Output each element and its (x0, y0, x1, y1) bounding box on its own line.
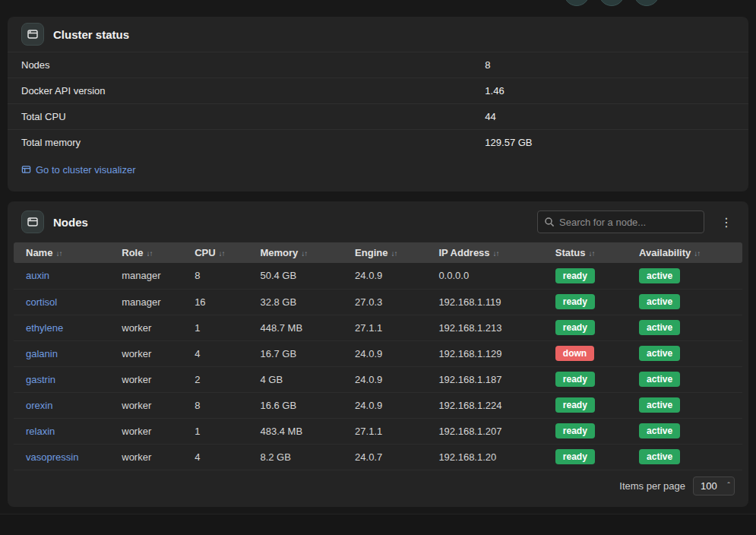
column-label: Status (555, 247, 586, 258)
column-label: Memory (260, 247, 298, 258)
cell-availability: active (633, 340, 742, 366)
cell-availability: active (633, 263, 742, 289)
cell-ip: 0.0.0.0 (432, 263, 549, 289)
kebab-menu-icon[interactable]: ⋮ (718, 215, 735, 230)
node-name-link[interactable]: galanin (26, 348, 58, 359)
nodes-table-header-row: Name↓↑Role↓↑CPU↓↑Memory↓↑Engine↓↑IP Addr… (14, 242, 742, 263)
cluster-status-row-label: Docker API version (21, 85, 485, 97)
node-search-input[interactable] (559, 217, 697, 228)
node-name-link[interactable]: cortisol (26, 296, 57, 308)
cluster-status-row: Total CPU44 (8, 103, 748, 129)
cell-engine: 27.1.1 (349, 315, 432, 340)
cell-status: ready (549, 289, 633, 315)
cell-role: worker (115, 444, 188, 470)
cluster-status-row-value: 44 (485, 111, 735, 122)
items-per-page-select: 100 ˆ​ (693, 476, 735, 495)
cell-cpu: 1 (188, 315, 254, 340)
cell-memory: 4 GB (254, 366, 349, 392)
node-row: gastrinworker24 GB24.0.9192.168.1.187rea… (14, 366, 742, 392)
cell-memory: 483.4 MB (254, 418, 349, 444)
cell-status: ready (549, 444, 633, 470)
cluster-status-panel: Cluster status Nodes8Docker API version1… (8, 17, 748, 192)
node-name-link[interactable]: gastrin (26, 374, 55, 385)
sort-icon: ↓↑ (301, 249, 307, 258)
cell-availability: active (633, 418, 742, 444)
cell-engine: 27.1.1 (349, 418, 432, 444)
nodes-title: Nodes (53, 216, 88, 229)
cell-memory: 50.4 GB (254, 263, 349, 289)
column-header-cpu[interactable]: CPU↓↑ (188, 242, 254, 263)
cell-cpu: 16 (188, 289, 254, 315)
status-badge: ready (555, 449, 595, 464)
column-label: Availability (639, 247, 691, 258)
cell-name: gastrin (14, 366, 115, 392)
cell-ip: 192.168.1.119 (432, 289, 549, 315)
cell-name: cortisol (14, 289, 115, 315)
status-badge: ready (555, 294, 595, 309)
topbar-icon-button-2[interactable] (599, 0, 625, 6)
cell-name: auxin (14, 263, 115, 289)
node-name-link[interactable]: relaxin (26, 426, 55, 437)
cell-ip: 192.168.1.224 (432, 392, 549, 418)
search-icon (544, 217, 555, 227)
cell-ip: 192.168.1.207 (432, 418, 549, 444)
node-row: cortisolmanager1632.8 GB27.0.3192.168.1.… (14, 289, 742, 315)
column-header-ip-address[interactable]: IP Address↓↑ (432, 242, 549, 263)
cluster-visualizer-link-label: Go to cluster visualizer (36, 164, 136, 176)
node-row: ethyleneworker1448.7 MB27.1.1192.168.1.2… (14, 315, 742, 340)
column-header-engine[interactable]: Engine↓↑ (349, 242, 432, 263)
page-footer (0, 514, 756, 535)
topbar-icon-button-3[interactable] (634, 0, 660, 6)
node-name-link[interactable]: ethylene (26, 322, 63, 334)
column-header-name[interactable]: Name↓↑ (14, 242, 115, 263)
cell-cpu: 1 (188, 418, 254, 444)
cell-availability: active (633, 392, 742, 418)
availability-badge: active (639, 346, 680, 361)
nodes-panel: Nodes ⋮ Name↓↑Role↓↑CPU↓↑Memory↓↑Engine↓… (8, 201, 748, 507)
column-label: Role (122, 247, 143, 258)
cluster-visualizer-link[interactable]: Go to cluster visualizer (21, 164, 136, 176)
cell-role: worker (115, 418, 188, 444)
topbar-icon-button-1[interactable] (564, 0, 590, 6)
cluster-status-rows: Nodes8Docker API version1.46Total CPU44T… (8, 52, 748, 155)
node-name-link[interactable]: auxin (26, 270, 49, 281)
availability-badge: active (639, 397, 680, 413)
nodes-icon (21, 211, 44, 233)
cell-role: worker (115, 392, 188, 418)
cell-ip: 192.168.1.20 (432, 444, 549, 470)
sort-icon: ↓↑ (146, 249, 152, 258)
cell-role: manager (115, 263, 188, 289)
column-header-role[interactable]: Role↓↑ (115, 242, 188, 263)
items-per-page-dropdown[interactable]: 100 (693, 476, 735, 495)
sort-icon: ↓↑ (391, 249, 397, 258)
cell-status: down (549, 340, 633, 366)
availability-badge: active (639, 449, 680, 464)
cell-status: ready (549, 315, 633, 340)
cell-memory: 448.7 MB (254, 315, 349, 340)
availability-badge: active (639, 372, 680, 387)
cluster-status-header: Cluster status (8, 17, 748, 52)
cell-memory: 16.6 GB (254, 392, 349, 418)
cell-availability: active (633, 289, 742, 315)
cell-cpu: 4 (188, 444, 254, 470)
column-header-memory[interactable]: Memory↓↑ (254, 242, 349, 263)
cell-cpu: 4 (188, 340, 254, 366)
cell-cpu: 8 (188, 392, 254, 418)
cell-cpu: 8 (188, 263, 254, 289)
cell-status: ready (549, 418, 633, 444)
cell-ip: 192.168.1.129 (432, 340, 549, 366)
node-name-link[interactable]: vasopressin (26, 451, 78, 463)
column-label: IP Address (438, 247, 489, 258)
column-header-availability[interactable]: Availability↓↑ (633, 242, 742, 263)
column-header-status[interactable]: Status↓↑ (549, 242, 633, 263)
node-row: vasopressinworker48.2 GB24.0.7192.168.1.… (14, 444, 742, 470)
cell-engine: 24.0.9 (349, 366, 432, 392)
node-name-link[interactable]: orexin (26, 400, 52, 411)
nodes-header: Nodes ⋮ (8, 201, 748, 242)
cell-cpu: 2 (188, 366, 254, 392)
cell-ip: 192.168.1.213 (432, 315, 549, 340)
cell-availability: active (633, 444, 742, 470)
status-badge: ready (555, 397, 595, 413)
cell-memory: 8.2 GB (254, 444, 349, 470)
cell-availability: active (633, 366, 742, 392)
